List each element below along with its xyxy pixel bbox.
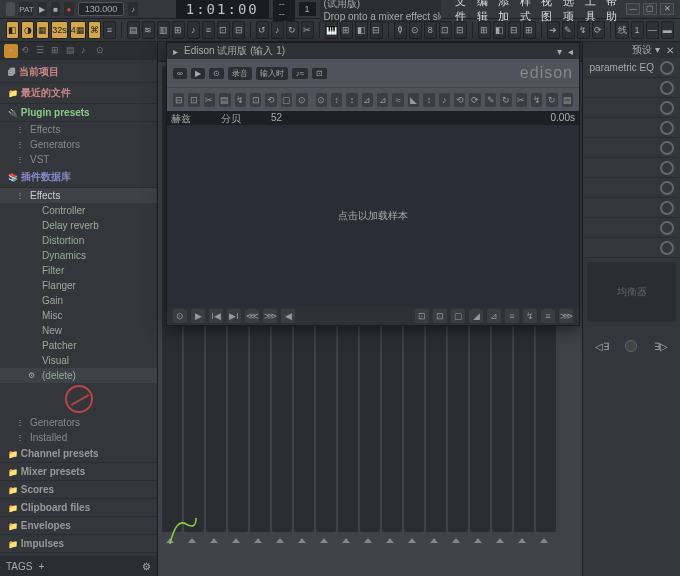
edison-tool-r-9[interactable]: ⟲ (454, 93, 465, 107)
browser-item-(delete)[interactable]: ⚙ (delete) (0, 368, 157, 383)
close-button[interactable]: ✕ (660, 3, 674, 15)
toolbar-btn-17[interactable]: ↺ (256, 21, 269, 39)
edison-transport-2[interactable]: I◀ (209, 309, 223, 323)
edison-tool-l-3[interactable]: ▤ (219, 93, 230, 107)
toolbar-btn-18[interactable]: ♪ (271, 21, 284, 39)
slot-knob[interactable] (660, 181, 674, 195)
wave-chip[interactable]: ♪≈ (292, 68, 308, 79)
browser-item-插件数据库[interactable]: 📚 插件数据库 (0, 167, 157, 188)
toolbar-btn-40[interactable]: ↯ (577, 21, 590, 39)
edison-tool-r-13[interactable]: ✂ (516, 93, 527, 107)
edison-transport-5[interactable]: ⋙ (263, 309, 277, 323)
toolbar-btn-44[interactable]: 1 (631, 21, 644, 39)
toolbar-btn-39[interactable]: ✎ (562, 21, 575, 39)
edison-tool-l-2[interactable]: ✂ (204, 93, 215, 107)
slot-knob[interactable] (660, 241, 674, 255)
toolbar-btn-0[interactable]: ◧ (6, 21, 19, 39)
route-right-icon[interactable]: ∃▷ (654, 341, 668, 352)
browser-list[interactable]: 🗐 当前项目📁 最近的文件🔌 Plugin presets⋮ Effects⋮ … (0, 60, 157, 556)
toolbar-btn-13[interactable]: ≡ (202, 21, 215, 39)
toolbar-btn-1[interactable]: ◑ (21, 21, 34, 39)
toolbar-btn-11[interactable]: ⊞ (172, 21, 185, 39)
toolbar-btn-28[interactable]: ⊙ (409, 21, 422, 39)
browser-item-envelopes[interactable]: 📁 Envelopes (0, 517, 157, 535)
browser-item-flanger[interactable]: Flanger (0, 278, 157, 293)
browser-target-icon[interactable]: ⊙ (96, 45, 108, 57)
edison-transport-12[interactable]: ≡ (505, 309, 519, 323)
tempo-display[interactable]: 130.000 (78, 2, 125, 16)
route-left-icon[interactable]: ◁∃ (595, 341, 609, 352)
edison-transport-10[interactable]: ◢ (469, 309, 483, 323)
mixer-slot-0[interactable]: parametric EQ (583, 58, 680, 78)
edison-tool-l-0[interactable]: ⊟ (173, 93, 184, 107)
edison-transport-8[interactable]: ⊡ (433, 309, 447, 323)
edison-transport-11[interactable]: ⊿ (487, 309, 501, 323)
metronome-icon[interactable]: ♪ (128, 2, 137, 16)
browser-item-patcher[interactable]: Patcher (0, 338, 157, 353)
pattern-counter[interactable]: 1 (299, 2, 316, 16)
toolbar-btn-36[interactable]: ⊞ (523, 21, 536, 39)
mixer-slot-2[interactable] (583, 98, 680, 118)
channel-arrow-6[interactable] (292, 538, 312, 574)
browser-item-clipboard-files[interactable]: 📁 Clipboard files (0, 499, 157, 517)
edison-transport-4[interactable]: ⋘ (245, 309, 259, 323)
toolbar-btn-3[interactable]: 32s (51, 21, 68, 39)
browser-item-controller[interactable]: Controller (0, 203, 157, 218)
record-label[interactable]: 录音 (228, 67, 252, 80)
slot-knob[interactable] (660, 141, 674, 155)
browser-item-impulses[interactable]: 📁 Impulses (0, 535, 157, 553)
toolbar-btn-23[interactable]: ⊞ (340, 21, 353, 39)
channel-arrow-9[interactable] (358, 538, 378, 574)
browser-item-filter[interactable]: Filter (0, 263, 157, 278)
browser-item-new[interactable]: New (0, 323, 157, 338)
channel-arrow-5[interactable] (270, 538, 290, 574)
toolbar-btn-9[interactable]: ≋ (142, 21, 155, 39)
toolbar-btn-41[interactable]: ⟳ (592, 21, 605, 39)
browser-item-plugin-presets[interactable]: 🔌 Plugin presets (0, 104, 157, 122)
edison-tool-r-1[interactable]: ↕ (331, 93, 342, 107)
toolbar-btn-38[interactable]: ➜ (547, 21, 560, 39)
mixer-slot-4[interactable] (583, 138, 680, 158)
edison-tool-r-10[interactable]: ⟳ (469, 93, 480, 107)
channel-arrow-7[interactable] (314, 538, 334, 574)
browser-item-scores[interactable]: 📁 Scores (0, 481, 157, 499)
browser-item-generators[interactable]: ⋮ Generators (0, 415, 157, 430)
browser-item-generators[interactable]: ⋮ Generators (0, 137, 157, 152)
browser-item-当前项目[interactable]: 🗐 当前项目 (0, 62, 157, 83)
toolbar-btn-43[interactable]: 线 (615, 21, 628, 39)
plugin-close-icon[interactable]: ◂ (568, 46, 573, 57)
slot-knob[interactable] (660, 61, 674, 75)
slot-knob[interactable] (660, 221, 674, 235)
browser-item-channel-presets[interactable]: 📁 Channel presets (0, 445, 157, 463)
mixer-slot-6[interactable] (583, 178, 680, 198)
channel-arrow-15[interactable] (490, 538, 510, 574)
edison-tool-r-12[interactable]: ↻ (500, 93, 511, 107)
rec-chip[interactable]: ⊙ (209, 68, 224, 79)
edison-tool-r-2[interactable]: ↕ (346, 93, 357, 107)
pan-knob[interactable] (625, 340, 637, 352)
toolbar-btn-27[interactable]: 🎙 (394, 21, 407, 39)
browser-refresh-icon[interactable]: ⟲ (21, 45, 33, 57)
edison-tool-r-15[interactable]: ↻ (546, 93, 557, 107)
channel-arrow-11[interactable] (402, 538, 422, 574)
play-chip[interactable]: ▶ (191, 68, 205, 79)
edison-tool-r-11[interactable]: ✎ (485, 93, 496, 107)
browser-item-dynamics[interactable]: Dynamics (0, 248, 157, 263)
edison-tool-l-1[interactable]: ⊡ (188, 93, 199, 107)
toolbar-btn-30[interactable]: ⊡ (439, 21, 452, 39)
channel-arrow-10[interactable] (380, 538, 400, 574)
toolbar-btn-46[interactable]: ▬ (661, 21, 674, 39)
toolbar-btn-22[interactable]: 🎹 (325, 21, 338, 39)
toolbar-btn-34[interactable]: ◧ (493, 21, 506, 39)
toolbar-btn-8[interactable]: ▤ (127, 21, 140, 39)
mixer-close-icon[interactable]: ✕ (666, 45, 674, 56)
plugin-arrow-icon[interactable]: ▸ (173, 46, 178, 57)
edison-tool-l-8[interactable]: ⊙ (296, 93, 307, 107)
browser-item-visual[interactable]: Visual (0, 353, 157, 368)
slot-knob[interactable] (660, 121, 674, 135)
tags-gear-icon[interactable]: ⚙ (142, 561, 151, 572)
channel-arrow-8[interactable] (336, 538, 356, 574)
bar-counter[interactable]: -- -- (273, 0, 295, 21)
mixer-slot-3[interactable] (583, 118, 680, 138)
edison-tool-l-4[interactable]: ↯ (235, 93, 246, 107)
